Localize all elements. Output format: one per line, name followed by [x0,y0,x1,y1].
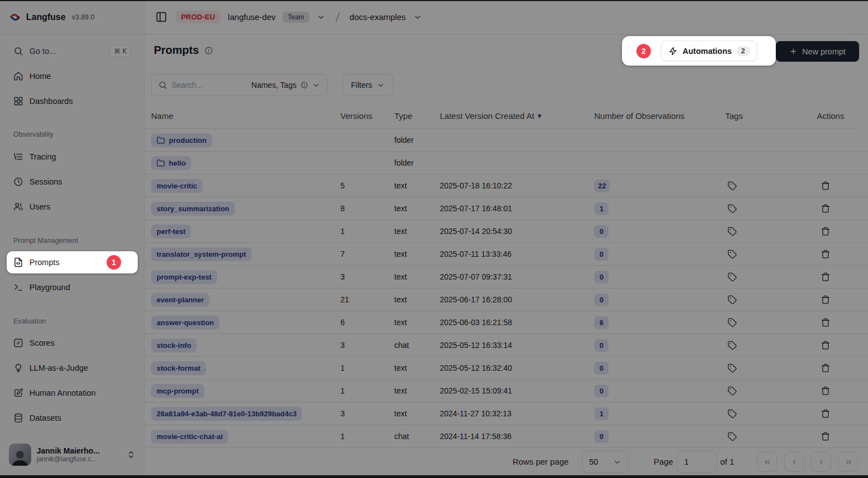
first-page-button[interactable] [757,452,777,472]
prompt-name-pill[interactable]: movie-critic-chat-ai [151,430,228,444]
col-name[interactable]: Name [151,103,173,129]
created-at-value: 2024-11-27 10:32:13 [440,402,511,425]
delete-button[interactable] [820,385,831,397]
sidebar-item-scores[interactable]: Scores [7,333,138,353]
info-icon [300,81,308,89]
delete-button[interactable] [820,294,831,306]
prompt-name-pill[interactable]: answer-question [151,316,219,330]
sidebar-item-users[interactable]: Users [7,197,138,217]
automations-highlight: 2 Automations 2 [622,36,776,66]
previous-page-button[interactable] [784,452,804,472]
col-versions[interactable]: Versions [340,103,373,129]
tag-button[interactable] [726,317,738,328]
tag-button[interactable] [726,203,738,215]
col-created[interactable]: Latest Version Created At ▼ [440,103,541,129]
col-actions[interactable]: Actions [817,103,844,129]
sidebar-item-llm-judge[interactable]: LLM-as-a-Judge [7,358,138,378]
last-page-button[interactable] [838,452,858,472]
prompt-name-pill[interactable]: stock-info [151,338,197,352]
sidebar-item-prompts[interactable]: Prompts 1 [7,251,138,273]
prompt-name-pill[interactable]: 26a61a94-e3ab-48d7-81e0-13b929bad4c3 [151,407,302,421]
tag-button[interactable] [726,385,738,397]
delete-button[interactable] [820,271,831,283]
prompt-name-pill[interactable]: hello [151,156,191,170]
search-scope-dropdown[interactable]: Names, Tags [252,81,320,89]
sidebar-item-human-annotation[interactable]: Human Annotation [7,383,138,403]
delete-button[interactable] [820,317,831,328]
delete-button[interactable] [820,203,831,215]
sidebar-item-tracing[interactable]: Tracing [7,147,138,167]
tag-button[interactable] [726,362,738,374]
tag-button[interactable] [726,294,738,306]
new-prompt-label: New prompt [802,47,845,56]
delete-button[interactable] [820,226,831,237]
clock-icon [13,177,23,187]
prompt-name-pill[interactable]: event-planner [151,293,209,307]
prompt-name-pill[interactable]: story_summarization [151,202,235,216]
keyboard-shortcut-badge: ⌘ K [109,45,131,57]
chevron-down-icon[interactable] [413,13,422,22]
sidebar-item-home[interactable]: Home [7,66,138,86]
app-window: Langfuse v3.89.0 Go to... ⌘ K Home Dashb… [0,0,868,478]
col-tags[interactable]: Tags [725,103,743,129]
prompt-name-pill[interactable]: stock-format [151,361,206,375]
tag-button[interactable] [726,271,738,283]
search-input[interactable]: Search... Names, Tags [151,74,328,96]
type-value: text [394,311,407,333]
sidebar-item-datasets[interactable]: Datasets [7,408,138,428]
tag-button[interactable] [726,431,738,442]
page-number-input[interactable] [677,451,717,473]
delete-button[interactable] [820,408,831,420]
col-observations[interactable]: Number of Observations [594,103,685,129]
sidebar-item-playground[interactable]: Playground [7,277,138,297]
sidebar-toggle-button[interactable] [154,10,168,24]
table-row: 26a61a94-e3ab-48d7-81e0-13b929bad4c3 3 t… [144,402,868,425]
tag-button[interactable] [726,226,738,237]
created-at-value: 2025-06-17 16:28:00 [440,288,512,311]
sidebar-item-label: Dashboards [29,97,73,106]
tag-button[interactable] [726,180,738,192]
section-evaluation: Evaluation [13,317,46,325]
info-icon[interactable] [204,46,213,55]
sort-desc-indicator: ▼ [538,113,541,119]
filters-button[interactable]: Filters [343,74,393,96]
type-value: text [394,220,407,242]
delete-button[interactable] [820,340,831,351]
next-page-button[interactable] [811,452,831,472]
delete-button[interactable] [820,180,831,192]
prompt-name-pill[interactable]: movie-critic [151,179,203,193]
prompt-name-pill[interactable]: translator_system-prompt [151,247,252,261]
col-type[interactable]: Type [394,103,413,129]
user-menu[interactable]: Jannik Maierho... jannik@langfuse.c... [4,439,140,470]
observations-count-badge: 0 [594,339,609,352]
sidebar-item-dashboards[interactable]: Dashboards [7,91,138,111]
sidebar-item-sessions[interactable]: Sessions [7,172,138,192]
sidebar-item-label: Users [29,202,51,211]
breadcrumb-project[interactable]: docs-examples [350,12,406,22]
goto-search[interactable]: Go to... ⌘ K [7,41,138,61]
prompt-name-pill[interactable]: production [151,133,212,147]
tag-button[interactable] [726,408,738,420]
new-prompt-button[interactable]: New prompt [776,41,859,62]
tag-button[interactable] [726,340,738,351]
table-row: hello folder [144,152,868,175]
observations-count-badge: 0 [594,248,609,261]
rows-per-page-value: 50 [589,457,598,466]
table-row: prompt-exp-test 3 text 2025-07-07 09:37:… [144,266,868,288]
chevron-down-icon [613,458,621,466]
breadcrumb-separator [333,11,343,23]
table-header: Name Versions Type Latest Version Create… [144,103,859,129]
prompt-name-pill[interactable]: prompt-exp-test [151,270,217,284]
delete-button[interactable] [820,362,831,374]
automations-button[interactable]: Automations 2 [661,41,757,61]
prompt-name-pill[interactable]: perf-test [151,225,191,238]
tag-button[interactable] [726,248,738,260]
chevron-down-icon[interactable] [317,13,325,22]
prompt-name-pill[interactable]: mcp-prompt [151,384,204,398]
prompt-name: movie-critic [157,182,197,190]
created-at-value: 2025-05-12 16:32:40 [440,357,512,379]
delete-button[interactable] [820,248,831,260]
rows-per-page-select[interactable]: 50 [582,451,629,473]
breadcrumb-org[interactable]: langfuse-dev [228,12,275,22]
delete-button[interactable] [820,431,831,442]
